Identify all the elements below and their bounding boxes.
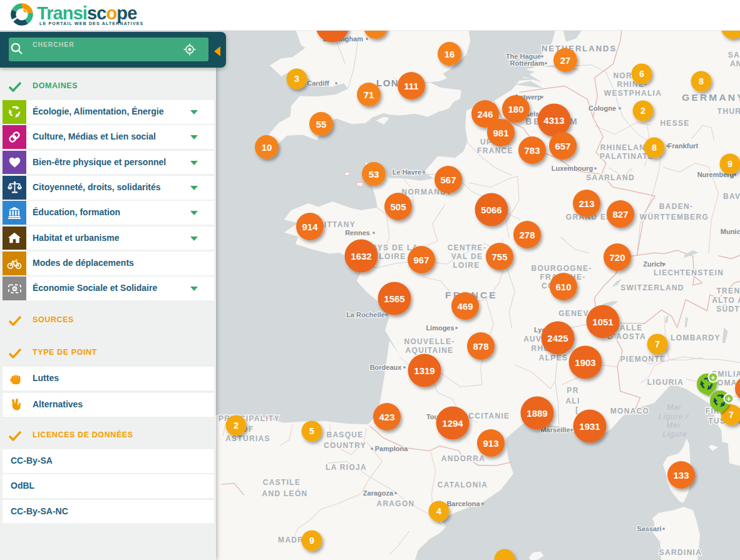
svg-text:LOIRE: LOIRE xyxy=(453,261,480,270)
svg-text:8: 8 xyxy=(652,143,657,153)
svg-text:1565: 1565 xyxy=(384,293,404,304)
svg-text:GERMANY: GERMANY xyxy=(682,92,740,103)
svg-text:4: 4 xyxy=(436,506,441,516)
svg-text:0: 0 xyxy=(13,287,16,292)
svg-text:5: 5 xyxy=(309,426,314,436)
svg-text:967: 967 xyxy=(413,255,429,265)
svg-text:469: 469 xyxy=(457,301,473,312)
svg-text:Rotterdam: Rotterdam xyxy=(510,59,544,67)
svg-text:Mar: Mar xyxy=(667,403,682,412)
svg-text:Sassari: Sassari xyxy=(637,525,661,532)
svg-text:1931: 1931 xyxy=(579,421,600,432)
svg-text:SAXONY: SAXONY xyxy=(728,51,740,59)
svg-text:+: + xyxy=(726,395,731,404)
svg-text:878: 878 xyxy=(473,341,488,352)
svg-text:PIEMONTE: PIEMONTE xyxy=(620,355,665,364)
svg-text:2425: 2425 xyxy=(547,333,568,344)
svg-text:Zurich: Zurich xyxy=(643,260,664,268)
svg-text:TRENTINO-: TRENTINO- xyxy=(716,287,740,295)
svg-text:278: 278 xyxy=(519,230,535,240)
svg-text:Limoges: Limoges xyxy=(426,324,454,332)
svg-text:6: 6 xyxy=(639,69,644,79)
svg-text:9: 9 xyxy=(309,536,314,546)
svg-text:LIECHTENSTEIN: LIECHTENSTEIN xyxy=(654,268,724,277)
svg-text:755: 755 xyxy=(491,252,507,262)
svg-text:LA RIOJA: LA RIOJA xyxy=(326,463,367,472)
svg-text:8: 8 xyxy=(699,76,704,86)
svg-text:MONACO: MONACO xyxy=(610,407,649,415)
svg-text:1051: 1051 xyxy=(592,317,613,327)
svg-text:AND LEÓN: AND LEÓN xyxy=(262,489,307,498)
svg-text:720: 720 xyxy=(609,252,625,263)
svg-text:3: 3 xyxy=(294,74,299,84)
svg-text:ALI: ALI xyxy=(565,397,580,405)
svg-text:Le Havre: Le Havre xyxy=(393,168,421,176)
svg-text:THURINGIA: THURINGIA xyxy=(717,107,740,116)
svg-text:Cologne: Cologne xyxy=(588,104,616,112)
svg-text:CASTILE: CASTILE xyxy=(263,478,301,487)
svg-text:213: 213 xyxy=(578,198,594,209)
svg-text:7: 7 xyxy=(729,410,734,420)
svg-text:AQUITAINE: AQUITAINE xyxy=(406,346,454,355)
svg-text:Pamplona: Pamplona xyxy=(375,445,408,452)
svg-text:Zaragoza: Zaragoza xyxy=(363,489,394,497)
svg-text:505: 505 xyxy=(390,201,406,212)
svg-text:610: 610 xyxy=(555,282,571,292)
svg-text:BAVARIA: BAVARIA xyxy=(723,192,740,201)
svg-text:Ligure /: Ligure / xyxy=(659,412,689,421)
svg-text:1319: 1319 xyxy=(414,365,434,376)
svg-text:CENTRE-: CENTRE- xyxy=(448,243,486,252)
svg-text:827: 827 xyxy=(612,209,628,220)
svg-text:BADEN-: BADEN- xyxy=(659,202,693,211)
svg-text:7: 7 xyxy=(655,339,660,349)
svg-text:OCCITANIE: OCCITANIE xyxy=(462,412,510,420)
svg-text:Ligure: Ligure xyxy=(662,430,687,439)
svg-text:2: 2 xyxy=(234,420,239,430)
svg-text:27: 27 xyxy=(560,55,571,66)
svg-text:SARDINIA: SARDINIA xyxy=(659,548,702,557)
svg-text:913: 913 xyxy=(483,438,498,449)
svg-text:LOIRE: LOIRE xyxy=(379,252,406,261)
svg-text:HESSE: HESSE xyxy=(660,119,689,128)
svg-text:ANHALT: ANHALT xyxy=(730,59,740,68)
svg-text:981: 981 xyxy=(493,128,508,138)
svg-text:COUNTRY: COUNTRY xyxy=(324,441,366,450)
svg-text:1632: 1632 xyxy=(351,251,371,262)
svg-text:Luxembourg: Luxembourg xyxy=(552,165,594,172)
svg-text:10: 10 xyxy=(262,142,272,153)
svg-text:Barcelona: Barcelona xyxy=(446,500,480,507)
svg-text:Cardiff: Cardiff xyxy=(307,79,329,87)
svg-text:ALPES: ALPES xyxy=(539,354,568,362)
svg-text:WESTPHALIA: WESTPHALIA xyxy=(604,89,662,98)
svg-text:423: 423 xyxy=(379,412,394,422)
svg-text:LOMBARDY: LOMBARDY xyxy=(671,333,721,342)
svg-text:BASQUE: BASQUE xyxy=(326,430,363,439)
svg-text:+: + xyxy=(711,374,715,382)
svg-text:133: 133 xyxy=(673,470,689,481)
svg-text:NOUVELLE-: NOUVELLE- xyxy=(404,337,455,346)
svg-text:SWITZERLAND: SWITZERLAND xyxy=(620,283,684,292)
svg-text:16: 16 xyxy=(445,49,455,59)
svg-text:657: 657 xyxy=(555,141,570,151)
svg-text:53: 53 xyxy=(369,169,379,180)
svg-text:WÜRTTEMBERG: WÜRTTEMBERG xyxy=(640,212,709,221)
svg-text:Frankfurt: Frankfurt xyxy=(668,142,699,150)
svg-text:180: 180 xyxy=(508,104,523,115)
svg-text:ARAGON: ARAGON xyxy=(376,499,414,508)
svg-text:Rennes: Rennes xyxy=(345,229,370,237)
svg-text:71: 71 xyxy=(364,89,374,100)
svg-text:LE PORTAIL WEB DES ALTERNATIVE: LE PORTAIL WEB DES ALTERNATIVES xyxy=(39,21,143,26)
svg-text:[: [ xyxy=(575,405,578,414)
svg-text:783: 783 xyxy=(524,145,540,156)
svg-text:Bordeaux: Bordeaux xyxy=(370,364,403,371)
svg-text:PR: PR xyxy=(567,386,578,395)
svg-text:1889: 1889 xyxy=(527,408,547,419)
svg-text:567: 567 xyxy=(440,175,456,185)
svg-text:111: 111 xyxy=(404,81,418,91)
svg-text:1903: 1903 xyxy=(575,357,595,368)
svg-text:BOURGOGNE-: BOURGOGNE- xyxy=(532,264,592,273)
svg-text:55: 55 xyxy=(316,119,327,130)
svg-text:PALATINATE: PALATINATE xyxy=(600,152,654,161)
svg-text:SAARLAND: SAARLAND xyxy=(586,173,635,182)
svg-text:9: 9 xyxy=(727,159,732,169)
